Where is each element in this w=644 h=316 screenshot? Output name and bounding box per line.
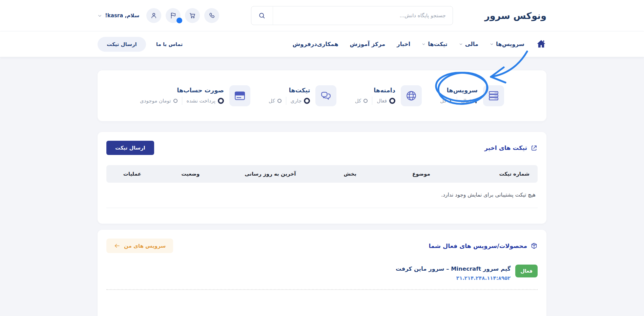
arrow-left-icon — [114, 243, 120, 249]
chevron-down-icon — [422, 42, 425, 46]
nav-item-affiliate[interactable]: همکاری‌درفروش — [293, 41, 338, 47]
submit-ticket-button[interactable]: ارسال تیکت — [106, 141, 154, 155]
cart-icon — [189, 12, 196, 19]
products-title: محصولات/سرویس های فعال شما — [429, 242, 538, 249]
my-services-button[interactable]: سرویس های من — [106, 239, 173, 253]
stat-primary-label: فعال — [377, 98, 387, 104]
nav-label: اخبار — [397, 41, 410, 47]
cart-button[interactable] — [185, 8, 200, 23]
flag-icon — [169, 12, 177, 19]
tickets-empty-message: هیچ تیکت پشتیبانی برای نمایش وجود ندارد. — [106, 183, 538, 208]
nav-actions: تماس با ما ارسال تیکت — [98, 37, 183, 52]
search-icon — [258, 12, 266, 19]
nav-label: سرویس‌ها — [496, 41, 524, 47]
divider — [182, 97, 182, 105]
divider — [286, 97, 286, 105]
search-input[interactable] — [273, 6, 453, 25]
external-link-icon — [531, 144, 538, 152]
search-button[interactable] — [251, 6, 273, 25]
recent-tickets-title: تیکت های اخیر — [484, 144, 538, 152]
nav-item-services[interactable]: سرویس‌ها — [490, 41, 524, 47]
stat-tickets[interactable]: تیکت‌ها ۰جاری ۰کل — [269, 85, 336, 106]
credit-card-icon — [229, 85, 250, 106]
products-title-text: محصولات/سرویس های فعال شما — [429, 243, 527, 249]
stat-domains[interactable]: دامنه‌ها ۰فعال ۰کل — [355, 85, 422, 106]
server-icon — [483, 85, 504, 106]
user-greeting-menu[interactable]: سلام, kasra! — [98, 13, 142, 19]
column-department: بخش — [318, 165, 382, 183]
user-icon — [150, 12, 158, 19]
stat-primary-value: ۱ — [474, 97, 478, 105]
package-icon — [531, 242, 538, 249]
chevron-down-icon — [98, 14, 102, 18]
nav-label: تیکت‌ها — [428, 41, 448, 47]
nav-item-billing[interactable]: مالی — [459, 41, 478, 47]
profile-button[interactable] — [146, 8, 161, 23]
stat-secondary-label: کل — [440, 98, 446, 104]
home-button[interactable] — [536, 39, 546, 49]
stat-secondary-label: کل — [269, 98, 275, 104]
service-info: گیم سرور Minecraft – سرور ماین کرفت ۳۱.۲… — [396, 265, 511, 281]
nav-item-education[interactable]: مرکز آموزش — [350, 41, 386, 47]
nav-item-tickets[interactable]: تیکت‌ها — [422, 41, 448, 47]
stats-card: سرویس‌ها ۱فعال ۱کل — [98, 70, 546, 121]
service-address: ۳۱.۲۱۴.۲۴۸.۱۱۴:۸۹۵۲ — [396, 275, 511, 281]
recent-tickets-title-text: تیکت های اخیر — [484, 144, 527, 151]
top-header: ونوکس سرور — [0, 0, 644, 31]
column-last-update: آخرین به روز رسانی — [223, 165, 318, 183]
dashboard-page: ونوکس سرور — [0, 0, 644, 316]
main-nav: سرویس‌ها مالی تیکت‌ها اخبار مرکز آموزش — [0, 31, 644, 57]
column-ticket-number: شماره تیکت — [460, 165, 538, 183]
stat-title: دامنه‌ها — [374, 87, 395, 94]
home-icon — [536, 39, 546, 49]
column-actions: عملیات — [106, 165, 158, 183]
stat-title: صورت حساب‌ها — [177, 87, 224, 94]
chevron-down-icon — [459, 42, 463, 46]
column-subject: موضوع — [382, 165, 460, 183]
stat-title: تیکت‌ها — [289, 87, 310, 94]
stat-title: سرویس‌ها — [446, 87, 478, 94]
service-name[interactable]: گیم سرور Minecraft – سرور ماین کرفت — [396, 265, 511, 272]
stat-values: ۰جاری ۰کل — [269, 97, 310, 105]
nav-item-news[interactable]: اخبار — [397, 41, 410, 47]
recent-tickets-card: تیکت های اخیر ارسال تیکت شماره تیکت موضو… — [98, 132, 546, 224]
phone-button[interactable] — [204, 8, 219, 23]
user-area: سلام, kasra! — [98, 8, 219, 23]
service-row[interactable]: فعال گیم سرور Minecraft – سرور ماین کرفت… — [106, 265, 538, 281]
my-services-label: سرویس های من — [124, 243, 166, 249]
stat-primary-value: ۰ — [218, 98, 224, 104]
tickets-table-header-row: شماره تیکت موضوع بخش آخرین به روز رسانی … — [106, 165, 538, 183]
phone-icon — [208, 12, 215, 19]
contact-us-link[interactable]: تماس با ما — [156, 41, 183, 47]
greeting-text: سلام, kasra! — [105, 13, 139, 19]
main-content: سرویس‌ها ۱فعال ۱کل — [98, 70, 546, 316]
globe-icon — [401, 85, 422, 106]
notification-dot — [176, 18, 182, 23]
site-logo[interactable]: ونوکس سرور — [484, 10, 546, 21]
stat-secondary-label: کل — [355, 98, 361, 104]
search-box — [251, 6, 453, 25]
stat-secondary-value: ۱ — [449, 98, 452, 104]
stat-secondary-value: ۰ — [173, 99, 178, 103]
stat-secondary-value: ۰ — [277, 99, 282, 103]
stat-values: ۰فعال ۰کل — [355, 97, 395, 105]
stat-services[interactable]: سرویس‌ها ۱فعال ۱کل — [440, 85, 504, 106]
divider — [372, 97, 372, 105]
stat-primary-value: ۰ — [389, 98, 395, 104]
tickets-table: شماره تیکت موضوع بخش آخرین به روز رسانی … — [106, 165, 538, 183]
stat-values: ۱فعال ۱کل — [440, 97, 478, 105]
notifications-button[interactable] — [166, 8, 181, 23]
stat-values: ۰پرداخت نشده ۰تومان موجودی — [140, 97, 224, 105]
nav-label: مالی — [465, 41, 478, 47]
nav-label: مرکز آموزش — [350, 41, 386, 47]
stat-primary-label: پرداخت نشده — [187, 98, 215, 104]
chat-bubbles-icon — [315, 85, 336, 106]
dotted-divider — [106, 289, 538, 290]
nav-links: سرویس‌ها مالی تیکت‌ها اخبار مرکز آموزش — [293, 39, 546, 49]
stat-primary-value: ۰ — [304, 98, 310, 104]
submit-ticket-pill-button[interactable]: ارسال تیکت — [98, 37, 146, 52]
stat-invoices[interactable]: صورت حساب‌ها ۰پرداخت نشده ۰تومان موجودی — [140, 85, 250, 106]
column-status: وضعیت — [158, 165, 223, 183]
nav-label: همکاری‌درفروش — [293, 41, 338, 47]
chevron-down-icon — [490, 42, 494, 46]
